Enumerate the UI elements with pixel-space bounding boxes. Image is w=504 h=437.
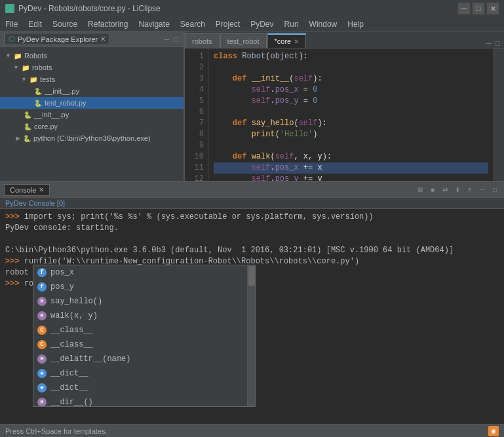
editor-tab-controls: ─ □: [485, 39, 504, 48]
package-explorer-label: PyDev Package Explorer: [18, 35, 98, 43]
status-right: ◉: [488, 426, 499, 436]
ac-method-icon: M: [37, 398, 47, 406]
tab-robots-label: robots: [192, 37, 212, 45]
ac-item-say-hello[interactable]: M say_hello(): [33, 294, 255, 309]
code-line-2: [214, 62, 488, 73]
code-line-5: self.pos_y = 0: [214, 96, 488, 107]
ac-field-icon: ◈: [37, 383, 47, 392]
tree-item-robots[interactable]: ▼ 📁 robots: [0, 62, 184, 73]
console-stop-btn[interactable]: ■: [427, 185, 438, 195]
tab-core[interactable]: *core ✕: [267, 33, 307, 48]
editor-maximize-btn[interactable]: □: [494, 39, 501, 48]
autocomplete-scrollbar[interactable]: [247, 265, 255, 406]
console-btn4[interactable]: ⬇: [452, 185, 463, 195]
editor-minimize-btn[interactable]: ─: [485, 39, 493, 48]
tab-core-close[interactable]: ✕: [294, 38, 299, 45]
ac-field-icon: f: [37, 268, 47, 277]
ac-item-dict1[interactable]: ◈ __dict__: [33, 366, 255, 381]
expand-icon: ▼: [5, 52, 11, 59]
package-explorer-close[interactable]: ✕: [100, 35, 106, 43]
status-hint: Press Ctrl+Space for templates.: [5, 427, 107, 435]
sidebar-minimize-btn[interactable]: ─: [163, 35, 171, 44]
close-button[interactable]: ✕: [487, 3, 499, 14]
rss-icon: ◉: [488, 426, 499, 436]
sidebar-maximize-btn[interactable]: □: [172, 35, 180, 44]
console-line-4: C:\bin\Python36\python.exe 3.6.0b3 (defa…: [5, 245, 499, 256]
code-line-4: self.pos_x = 0: [214, 85, 488, 96]
menu-source[interactable]: Source: [47, 17, 83, 31]
console-line-1: >>> import sys; print('%s %s' % (sys.exe…: [5, 212, 499, 223]
code-line-6: [214, 107, 488, 118]
tree-item-test-robot[interactable]: 🐍 test_robot.py: [0, 97, 184, 109]
console-clear-btn[interactable]: ⊠: [415, 185, 425, 195]
ac-item-class1[interactable]: C __class__: [33, 323, 255, 337]
package-explorer-tab[interactable]: ⬡ PyDev Package Explorer ✕: [4, 33, 110, 45]
menu-run[interactable]: Run: [279, 17, 304, 31]
line-numbers: 1 2 3 4 5 6 7 8 9 10 11 12: [185, 48, 208, 181]
ac-item-dict2[interactable]: ◈ __dict__: [33, 381, 255, 395]
menu-help[interactable]: Help: [342, 17, 369, 31]
expand-icon: ▼: [21, 76, 27, 83]
console-line-2: PyDev console: starting.: [5, 223, 499, 234]
sidebar: ⬡ PyDev Package Explorer ✕ ─ □ ▼ 📁 Robot…: [0, 31, 185, 181]
console-content[interactable]: >>> import sys; print('%s %s' % (sys.exe…: [0, 209, 504, 424]
code-line-10: def walk(self, x, y):: [214, 151, 488, 162]
expand-icon: ▼: [13, 64, 19, 71]
folder-icon: 📁: [12, 51, 23, 60]
console-minimize-btn[interactable]: ─: [477, 185, 488, 195]
menu-refactoring[interactable]: Refactoring: [83, 17, 133, 31]
tab-test-robot-label: test_robot: [227, 37, 260, 45]
python-file-icon: 🐍: [33, 98, 43, 107]
menu-file[interactable]: File: [0, 17, 23, 31]
menu-pydev[interactable]: PyDev: [245, 17, 279, 31]
tree-item-init2[interactable]: 🐍 __init__.py: [0, 109, 184, 121]
status-bar: Press Ctrl+Space for templates. ◉: [0, 424, 504, 437]
menu-window[interactable]: Window: [304, 17, 343, 31]
menu-bar: File Edit Source Refactoring Navigate Se…: [0, 17, 504, 31]
console-btn3[interactable]: ⇄: [440, 185, 450, 195]
tree-item-tests[interactable]: ▼ 📁 tests: [0, 73, 184, 85]
python-file-icon: 🐍: [22, 122, 33, 131]
console-close-icon[interactable]: ✕: [39, 186, 44, 193]
console-tabs: Console ✕: [4, 184, 50, 196]
python-file-icon: 🐍: [22, 110, 33, 119]
ac-class-icon: C: [37, 340, 47, 349]
code-editor: 1 2 3 4 5 6 7 8 9 10 11 12 class Robot(o…: [185, 48, 504, 181]
maximize-button[interactable]: □: [473, 3, 484, 14]
sidebar-controls: ─ □: [163, 35, 180, 44]
tab-test-robot[interactable]: test_robot: [220, 33, 267, 48]
console-btn5[interactable]: ≡: [465, 185, 475, 195]
tab-robots[interactable]: robots: [185, 33, 220, 48]
ac-item-pos-y[interactable]: f pos_y: [33, 280, 255, 294]
title-bar: PyDev - Robots/robots/core.py - LiClipse…: [0, 0, 504, 17]
tree-item-core[interactable]: 🐍 core.py: [0, 121, 184, 132]
ac-item-delattr[interactable]: M __delattr__(name): [33, 352, 255, 366]
menu-edit[interactable]: Edit: [23, 17, 47, 31]
ac-item-walk[interactable]: M walk(x, y): [33, 309, 255, 323]
console-tab-label: Console: [10, 186, 36, 194]
ac-item-dir[interactable]: M __dir__(): [33, 395, 255, 406]
ac-item-pos-x[interactable]: f pos_x: [33, 265, 255, 280]
window-title: PyDev - Robots/robots/core.py - LiClipse: [18, 4, 161, 13]
autocomplete-list: f pos_x f pos_y M say_hello() M walk(x, …: [33, 265, 255, 406]
menu-search[interactable]: Search: [175, 17, 210, 31]
editor-tabs: robots test_robot *core ✕ ─ □: [185, 31, 504, 48]
code-content[interactable]: class Robot(object): def __init__(self):…: [208, 48, 494, 181]
tree-item-python[interactable]: ▶ 🐍 python (C:\bin\Python36\python.exe): [0, 132, 184, 144]
top-section: ⬡ PyDev Package Explorer ✕ ─ □ ▼ 📁 Robot…: [0, 31, 504, 182]
menu-navigate[interactable]: Navigate: [133, 17, 174, 31]
expand-icon: ▶: [16, 135, 20, 142]
package-explorer-icon: ⬡: [9, 35, 15, 43]
minimize-button[interactable]: ─: [458, 3, 470, 14]
console-line-3: [5, 234, 499, 245]
ac-item-class2[interactable]: C __class__: [33, 337, 255, 352]
editor-scrollbar[interactable]: [494, 48, 504, 181]
tree-item-init-py[interactable]: 🐍 __init__.py: [0, 85, 184, 97]
scroll-thumb: [248, 266, 255, 286]
console-controls: ⊠ ■ ⇄ ⬇ ≡ ─ □: [415, 185, 500, 195]
console-tab[interactable]: Console ✕: [4, 184, 50, 196]
menu-project[interactable]: Project: [210, 17, 245, 31]
tree-item-robots-root[interactable]: ▼ 📁 Robots: [0, 50, 184, 62]
ac-method-icon: M: [37, 311, 47, 320]
console-maximize-btn[interactable]: □: [490, 185, 500, 195]
